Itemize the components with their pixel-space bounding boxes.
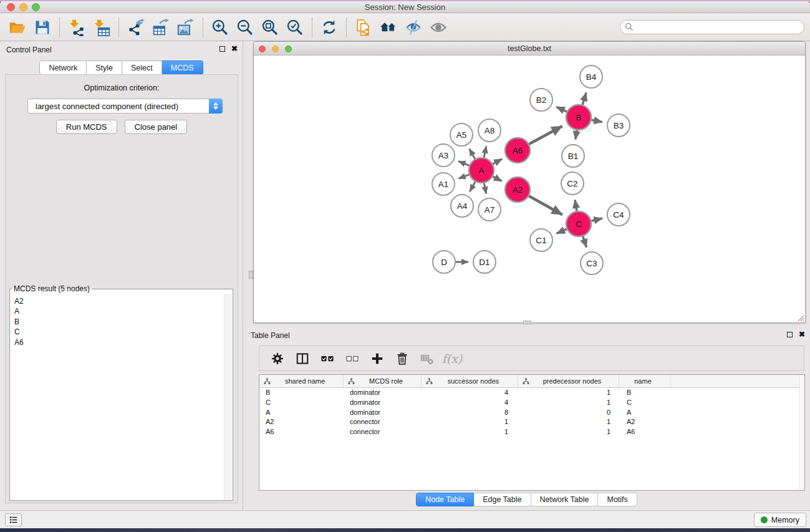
hide-details-button[interactable] [401,16,426,39]
node-A3[interactable]: A3 [432,144,455,167]
settings-gear-button[interactable] [267,348,288,369]
node-A5[interactable]: A5 [450,123,473,146]
column-header-shared-name[interactable]: shared name [259,375,344,387]
node-B1[interactable]: B1 [562,145,584,167]
result-list-item[interactable]: B [14,317,224,327]
table-cell[interactable]: dominator [344,388,422,398]
tab-motifs[interactable]: Motifs [598,493,637,506]
table-cell[interactable]: dominator [344,398,422,408]
search-input[interactable] [620,20,804,34]
tab-network[interactable]: Network [39,60,87,75]
column-header-predecessor-nodes[interactable]: predecessor nodes [518,375,619,387]
result-list-item[interactable]: C [14,327,224,337]
node-B3[interactable]: B3 [607,114,630,137]
table-cell[interactable]: connector [344,427,422,437]
node-B2[interactable]: B2 [530,89,552,111]
table-cell[interactable]: dominator [344,408,422,418]
export-network-button[interactable] [123,16,148,39]
node-A2[interactable]: A2 [505,177,530,202]
export-image-button[interactable] [173,16,198,39]
node-A8[interactable]: A8 [478,119,501,142]
edge-A6-B[interactable] [529,126,562,144]
import-table-button[interactable] [89,16,114,39]
edge-A-A3[interactable] [458,161,469,165]
edge-A-A5[interactable] [470,149,475,159]
table-cell[interactable]: 4 [422,398,518,408]
table-cell[interactable]: 4 [422,388,518,398]
network-window-titlebar[interactable]: testGlobe.txt [254,42,805,56]
node-A7[interactable]: A7 [478,198,501,221]
tab-style[interactable]: Style [87,60,122,75]
zoom-in-button[interactable] [208,16,233,39]
home-layout-button[interactable] [376,16,401,39]
edge-A2-C[interactable] [529,196,562,215]
zoom-fit-button[interactable] [258,16,282,39]
table-cell[interactable]: 8 [422,408,518,418]
table-cell[interactable]: A [619,408,671,418]
edge-C-C3[interactable] [583,236,587,248]
zoom-selected-button[interactable] [282,16,307,39]
table-cell[interactable]: A6 [619,427,671,437]
add-column-button[interactable] [367,348,388,369]
table-cell[interactable]: C [259,398,344,408]
run-mcds-button[interactable]: Run MCDS [56,120,117,134]
tab-edge-table[interactable]: Edge Table [474,493,531,506]
table-cell[interactable]: 1 [422,417,518,427]
vertical-splitter-handle[interactable] [249,271,253,279]
close-panel-icon[interactable]: ✖ [231,46,238,52]
node-C[interactable]: C [566,211,591,236]
table-cell[interactable]: B [619,388,671,398]
node-D1[interactable]: D1 [473,251,496,273]
table-cell[interactable]: 1 [518,427,619,437]
result-list-item[interactable]: A6 [14,337,224,347]
table-cell[interactable]: A6 [259,427,344,437]
node-A6[interactable]: A6 [505,138,530,163]
tab-mcds[interactable]: MCDS [162,60,203,75]
export-table-button[interactable] [148,16,173,39]
edge-B-B1[interactable] [576,130,577,140]
node-C1[interactable]: C1 [530,229,552,251]
refresh-button[interactable] [317,16,342,39]
edge-B-B3[interactable] [592,120,602,122]
result-list-scrollbar[interactable] [224,294,232,500]
import-network-button[interactable] [64,16,89,39]
table-cell[interactable]: A [259,408,344,418]
window-resize-grip[interactable] [796,313,804,322]
window-titlebar[interactable]: Session: New Session [0,1,810,13]
edge-B-B2[interactable] [556,107,567,112]
table-row[interactable]: Bdominator41B [259,388,804,398]
horizontal-splitter-handle[interactable] [523,321,531,324]
edge-A-A7[interactable] [484,183,486,194]
duplicate-network-button[interactable] [351,16,376,39]
show-details-button[interactable] [426,16,451,39]
column-header-name[interactable]: name [619,375,671,387]
delete-column-button[interactable] [392,348,413,369]
table-row[interactable]: A2connector11A2 [259,417,804,427]
criterion-select[interactable]: largest connected component (directed) [27,99,223,114]
close-panel-button[interactable]: Close panel [125,120,188,134]
deselect-all-button[interactable] [342,348,363,369]
tab-network-table[interactable]: Network Table [531,493,599,506]
node-B[interactable]: B [566,105,591,130]
edge-A-A8[interactable] [484,146,486,157]
node-C3[interactable]: C3 [581,252,603,274]
table-cell[interactable]: 1 [518,388,619,398]
table-cell[interactable]: 0 [518,408,619,418]
table-row[interactable]: Cdominator41C [259,398,804,408]
edge-A-A1[interactable] [458,175,469,178]
open-session-button[interactable] [5,16,30,39]
table-row[interactable]: Adominator80A [259,408,804,418]
float-panel-icon[interactable] [219,46,225,52]
node-D[interactable]: D [433,251,455,273]
table-cell[interactable]: C [619,398,671,408]
memory-button[interactable]: Memory [754,513,806,527]
table-cell[interactable]: 1 [518,398,619,408]
node-C2[interactable]: C2 [561,172,584,195]
table-cell[interactable]: connector [344,417,422,427]
tab-node-table[interactable]: Node Table [416,493,474,506]
save-session-button[interactable] [30,16,55,39]
table-float-panel-icon[interactable] [787,332,793,337]
table-row[interactable]: A6connector11A6 [259,427,804,437]
edge-A-A2[interactable] [493,177,502,181]
tab-select[interactable]: Select [122,60,162,75]
